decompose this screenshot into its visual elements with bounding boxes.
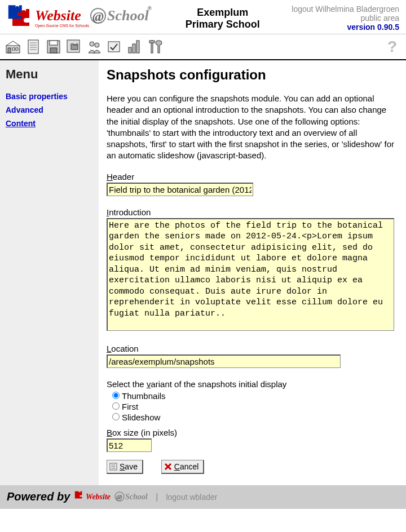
modules-icon[interactable] (65, 38, 82, 55)
introduction-label: Introduction (107, 207, 395, 217)
svg-text:School: School (125, 493, 148, 501)
footer: Powered by Website @ School | logout wbl… (0, 485, 406, 509)
boxsize-label: Box size (in pixels) (107, 428, 395, 437)
save-disk-icon[interactable] (45, 38, 62, 55)
footer-logout-link[interactable]: logout wblader (166, 493, 217, 502)
tools-icon[interactable] (147, 38, 164, 55)
logout-link[interactable]: logout Wilhelmina Bladergroen (292, 5, 399, 14)
location-label: Location (107, 344, 395, 353)
svg-rect-24 (136, 41, 139, 53)
svg-rect-23 (133, 44, 135, 53)
sidebar-item-advanced[interactable]: Advanced (6, 105, 93, 114)
svg-text:®: ® (148, 6, 152, 11)
page-header: Website @ School Open-Source CMS for Sch… (0, 0, 406, 34)
home-icon[interactable] (5, 38, 21, 55)
sidebar-item-basic[interactable]: Basic properties (6, 92, 93, 101)
introduction-textarea[interactable] (107, 218, 394, 331)
variant-slideshow-radio[interactable] (112, 413, 120, 420)
config-icon[interactable] (106, 38, 123, 55)
save-button[interactable]: Save (107, 460, 143, 474)
site-title: Exemplum Primary School (153, 5, 292, 30)
sidebar-item-content[interactable]: Content (6, 119, 93, 128)
puzzle-icon (8, 5, 29, 26)
svg-rect-10 (28, 40, 38, 54)
svg-text:School: School (107, 7, 149, 24)
svg-rect-22 (129, 47, 131, 53)
svg-rect-21 (108, 42, 120, 52)
svg-point-20 (95, 43, 99, 47)
sidebar-title: Menu (6, 67, 93, 82)
svg-text:Website: Website (86, 493, 111, 501)
boxsize-input[interactable] (107, 438, 152, 452)
logo[interactable]: Website @ School Open-Source CMS for Sch… (7, 5, 153, 29)
button-row: Save Cancel (107, 460, 395, 474)
users-icon[interactable] (86, 38, 103, 55)
header-meta: logout Wilhelmina Bladergroen public are… (292, 5, 399, 32)
intro-text: Here you can configure the snapshots mod… (107, 93, 395, 162)
variant-label: Select the variant of the snapshots init… (107, 379, 395, 389)
svg-point-19 (90, 42, 94, 46)
location-input[interactable] (107, 354, 341, 368)
variant-thumbnails-radio[interactable] (112, 392, 120, 399)
help-icon[interactable]: ? (387, 38, 401, 56)
toolbar: ? (0, 34, 406, 60)
header-label: Header (107, 172, 395, 181)
svg-rect-16 (50, 41, 58, 45)
cancel-button[interactable]: Cancel (161, 460, 205, 474)
page-icon[interactable] (25, 38, 42, 55)
svg-text:@: @ (116, 493, 122, 501)
svg-rect-26 (149, 41, 155, 43)
version-text: version 0.90.5 (347, 23, 399, 32)
powered-by-text: Powered by (7, 490, 70, 503)
variant-radio-group: Thumbnails First Slideshow (112, 391, 395, 422)
main-panel: Snapshots configuration Here you can con… (99, 60, 406, 485)
svg-rect-8 (12, 48, 15, 50)
svg-rect-9 (16, 48, 18, 50)
footer-logo[interactable]: Website @ School (73, 490, 152, 504)
save-icon (109, 463, 117, 471)
svg-rect-17 (50, 48, 57, 53)
svg-text:Open-Source CMS for Schools: Open-Source CMS for Schools (35, 24, 90, 28)
cancel-icon (164, 463, 172, 471)
page-title: Snapshots configuration (107, 67, 395, 83)
variant-first-radio[interactable] (112, 402, 120, 410)
public-area-link[interactable]: public area (361, 14, 400, 23)
svg-rect-7 (8, 48, 11, 53)
svg-text:Website: Website (35, 7, 81, 24)
header-input[interactable] (107, 183, 253, 196)
sidebar: Menu Basic properties Advanced Content (0, 60, 99, 485)
svg-text:@: @ (92, 9, 104, 24)
stats-icon[interactable] (126, 38, 143, 55)
content-container: Menu Basic properties Advanced Content S… (0, 60, 406, 485)
